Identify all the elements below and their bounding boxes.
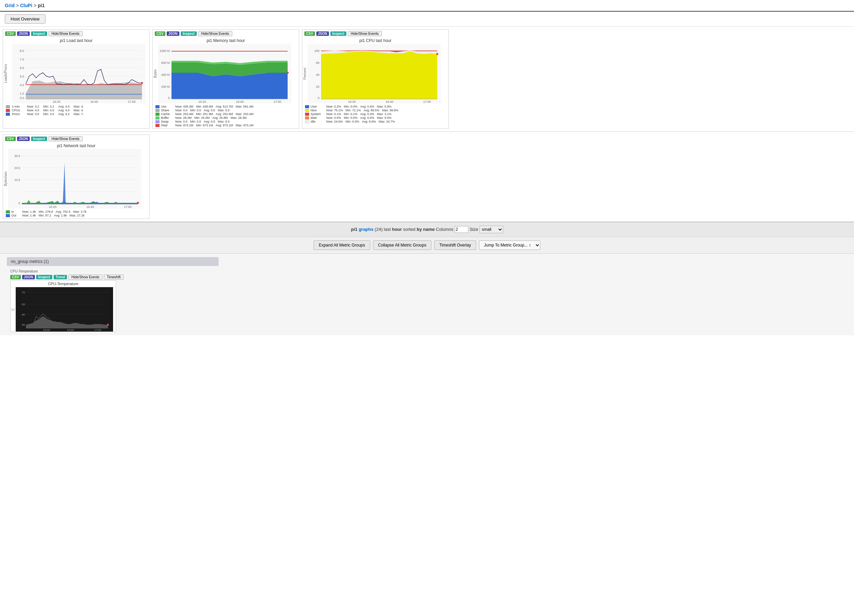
svg-text:16:40: 16:40 [236,100,244,103]
load-chart-area: Loads/Procs 8.0 7.0 6.0 5.0 4.0 1.0 0.0 [3,44,149,103]
memory-csv-button[interactable]: CSV [155,31,165,36]
svg-text:16:40: 16:40 [386,100,393,103]
cpu-temp-chart-svg: 70 65 60 55 16:20 16:40 17:00 [16,287,113,332]
graphs-header-node: pi1 [351,227,357,232]
load-json-button[interactable]: JSON [17,31,30,36]
graphs-header-hour: hour [392,227,402,232]
svg-text:0: 0 [318,96,319,100]
cpu-y-axis-label: Percent [302,44,307,103]
cpu-inspect-button[interactable]: Inspect [330,31,346,36]
svg-text:17:00: 17:00 [94,329,101,332]
memory-hide-events-button[interactable]: Hide/Show Events [198,31,232,36]
network-json-button[interactable]: JSON [17,137,30,141]
svg-text:16:40: 16:40 [87,205,94,208]
svg-text:4.0: 4.0 [20,83,24,87]
charts-row-2: CSV JSON Inspect Hide/Show Events pi1 Ne… [0,132,854,222]
graphs-header: pi1 graphs (24) last hour sorted by name… [0,222,854,237]
svg-text:400 M: 400 M [161,73,170,76]
cpu-temp-chart-area: C 70 65 60 55 [11,287,116,332]
graphs-columns-input[interactable] [454,226,468,233]
graphs-header-count: (24) [375,227,383,232]
timeshift-overlay-button[interactable]: Timeshift Overlay [434,240,476,250]
cpu-temp-chart-title: CPU-Temperature [11,281,116,287]
network-csv-button[interactable]: CSV [5,137,16,141]
expand-all-button[interactable]: Expand All Metric Groups [314,240,370,250]
graphs-size-select[interactable]: small medium large [480,226,503,233]
svg-text:100: 100 [314,49,319,53]
network-inspect-button[interactable]: Inspect [31,137,47,141]
network-chart-legend: In Now: 1.4kMin: 278.8Avg: 752.5Max: 3.7… [3,208,149,219]
load-csv-button[interactable]: CSV [5,31,16,36]
svg-marker-31 [171,73,288,99]
svg-text:0: 0 [168,96,170,100]
cpu-chart-area: Percent 100 60 40 20 0 [302,44,448,103]
svg-marker-50 [321,51,437,99]
svg-text:1.0: 1.0 [20,92,24,95]
memory-inspect-button[interactable]: Inspect [181,31,197,36]
svg-text:60: 60 [316,61,319,65]
svg-text:16:20: 16:20 [348,100,356,103]
svg-point-73 [137,202,139,204]
graphs-header-graphs: graphs [359,227,374,232]
memory-json-button[interactable]: JSON [167,31,179,36]
svg-text:0.0: 0.0 [20,96,24,100]
memory-chart-panel: CSV JSON Inspect Hide/Show Events pi1 Me… [152,29,299,129]
memory-chart-svg: 1000 M 600 M 400 M 200 M 0 16:20 16:40 1… [158,44,291,103]
cpu-hide-events-button[interactable]: Hide/Show Events [348,31,382,36]
cpu-chart-title: pi1 CPU last hour [302,38,448,44]
charts-row-1: CSV JSON Inspect Hide/Show Events pi1 Lo… [0,27,854,132]
svg-text:16:20: 16:20 [49,205,57,208]
load-chart-panel: CSV JSON Inspect Hide/Show Events pi1 Lo… [3,29,149,129]
graphs-controls: Expand All Metric Groups Collapse All Me… [0,237,854,254]
cputemp-csv-button[interactable]: CSV [10,275,21,279]
load-chart-toolbar: CSV JSON Inspect Hide/Show Events [3,30,149,38]
svg-text:200 M: 200 M [161,85,170,88]
load-chart-legend: 1-min Now: 3.2Min: 3.1Avg: 4.0Max: 4. CP… [3,103,149,117]
svg-text:17:00: 17:00 [274,100,282,103]
host-overview-button[interactable]: Host Overview [5,14,46,24]
metric-chart-wrapper: CPU-Temperature CSV JSON Inspect Trend H… [7,269,847,332]
jump-to-metric-group-select[interactable]: Jump To Metric Group... ↕ [479,240,540,250]
breadcrumb: Grid > CluPi > pi1 [0,0,854,12]
metric-group-container: no_group metrics (1) CPU-Temperature CSV… [0,254,854,335]
network-chart-toolbar: CSV JSON Inspect Hide/Show Events [3,135,149,143]
cpu-chart-svg: 100 60 40 20 0 16:20 16:40 17:00 [307,44,441,103]
svg-point-57 [436,53,438,55]
cpu-temp-toolbar: CSV JSON Inspect Trend Hide/Show Events … [10,274,847,280]
cputemp-inspect-button[interactable]: Inspect [36,275,52,279]
svg-text:40: 40 [316,73,319,76]
network-hide-events-button[interactable]: Hide/Show Events [49,136,83,141]
memory-chart-title: pi1 Memory last hour [153,38,299,44]
cpu-chart-legend: User Now: 0.2%Min: 0.0%Avg: 0.4%Max: 5.9… [302,103,448,125]
cpu-chart-toolbar: CSV JSON Inspect Hide/Show Events [302,30,448,38]
cputemp-json-button[interactable]: JSON [22,275,35,279]
svg-text:16:40: 16:40 [90,100,98,103]
cpu-temp-y-axis-label: C [11,287,16,332]
cputemp-hide-events-button[interactable]: Hide/Show Events [68,275,102,280]
breadcrumb-grid[interactable]: Grid [5,3,15,8]
network-chart-title: pi1 Network last hour [3,143,149,149]
svg-text:0: 0 [18,201,20,205]
metric-group-header: no_group metrics (1) [7,257,219,266]
svg-text:70: 70 [22,291,25,294]
graphs-header-size-label: Size [470,227,480,232]
cpu-csv-button[interactable]: CSV [304,31,315,36]
network-y-axis-label: Bytes/sec [3,149,8,208]
cpu-chart-panel: CSV JSON Inspect Hide/Show Events pi1 CP… [302,29,449,129]
svg-point-39 [287,72,289,74]
svg-text:10 k: 10 k [14,178,20,182]
svg-text:600 M: 600 M [161,61,170,65]
cputemp-timeshift-button[interactable]: Timeshift [104,275,124,280]
svg-text:1000 M: 1000 M [160,49,170,53]
cpu-temp-chart-panel: CPU-Temperature C 70 65 60 55 [10,280,116,332]
breadcrumb-clupi[interactable]: CluPi [20,3,32,8]
memory-chart-legend: Use Now: 439.3MMin: 439.0MAvg: 513.7MMax… [153,103,299,128]
collapse-all-button[interactable]: Collapse All Metric Groups [373,240,432,250]
load-hide-events-button[interactable]: Hide/Show Events [49,31,83,36]
cputemp-trend-button[interactable]: Trend [53,275,67,279]
cpu-json-button[interactable]: JSON [316,31,329,36]
svg-text:17:00: 17:00 [128,100,136,103]
graphs-header-by-name: by name [417,227,435,232]
svg-rect-58 [8,149,142,208]
load-inspect-button[interactable]: Inspect [31,31,47,36]
